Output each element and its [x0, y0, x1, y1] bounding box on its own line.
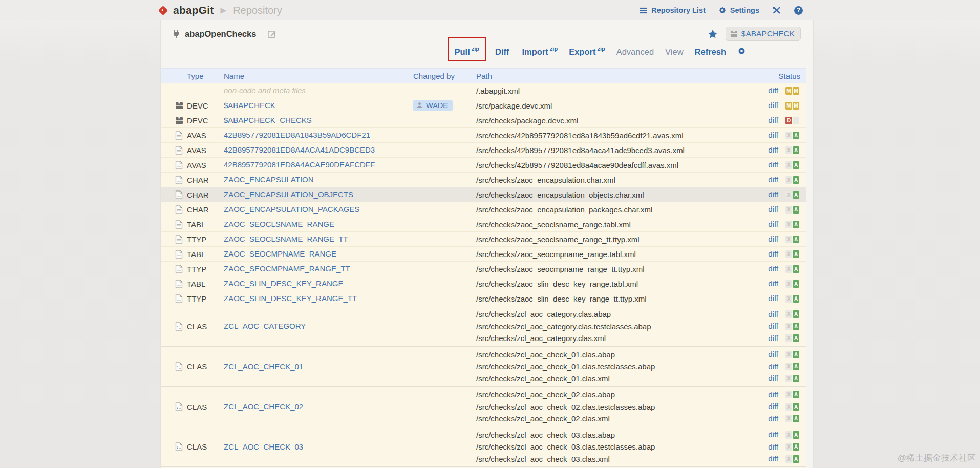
diff-link[interactable]: diff — [768, 350, 778, 358]
diff-link[interactable]: diff — [768, 454, 778, 463]
diff-link[interactable]: diff — [768, 190, 778, 199]
table-group-row[interactable]: CLAS ZCL_AOC_CHECK_02 /src/checks/zcl_ao… — [161, 387, 806, 427]
object-name-cell: ZCL_AOC_CHECK_02 — [224, 402, 407, 411]
status-badge: X — [785, 236, 792, 243]
diff-link[interactable]: diff — [768, 86, 778, 95]
diff-link[interactable]: diff — [768, 430, 778, 439]
advanced-button[interactable]: Advanced — [616, 47, 654, 57]
column-header-type[interactable]: Type — [187, 72, 224, 80]
object-name-link[interactable]: ZAOC_SEOCMPNAME_RANGE — [224, 249, 336, 258]
object-name-link[interactable]: $ABAPCHECK_CHECKS — [224, 116, 312, 124]
diff-link[interactable]: diff — [768, 374, 778, 382]
file-path: /src/checks/zaoc_seoclsname_range_tt.tty… — [476, 235, 761, 244]
object-name-link[interactable]: $ABAPCHECK — [224, 101, 275, 110]
table-group-row[interactable]: CLAS ZCL_AOC_CHECK_01 /src/checks/zcl_ao… — [161, 347, 806, 387]
object-type: CLAS — [187, 362, 224, 371]
object-name-link[interactable]: 42B8957792081ED8A4ACA41ADC9BCED3 — [224, 145, 375, 154]
tools-button[interactable] — [772, 6, 781, 14]
table-row[interactable]: TTYP ZAOC_SEOCMPNAME_RANGE_TT /src/check… — [161, 262, 806, 276]
diff-link[interactable]: diff — [768, 414, 778, 423]
object-name-link[interactable]: ZAOC_SEOCLSNAME_RANGE_TT — [224, 235, 348, 243]
type-icon-cell — [161, 117, 187, 124]
diff-link[interactable]: diff — [768, 101, 778, 110]
column-header-path[interactable]: Path — [476, 72, 761, 80]
table-row[interactable]: DEVC $ABAPCHECK WADE /src/package.devc.x… — [161, 98, 806, 113]
column-header-changed-by[interactable]: Changed by — [407, 72, 476, 80]
table-group-row[interactable]: CLAS ZCL_AOC_CATEGORY /src/checks/zcl_ao… — [161, 306, 806, 347]
diff-link[interactable]: diff — [768, 131, 778, 139]
table-row[interactable]: TTYP ZAOC_SLIN_DESC_KEY_RANGE_TT /src/ch… — [161, 291, 806, 306]
object-type: CLAS — [187, 322, 224, 331]
column-header-status[interactable]: Status — [761, 72, 806, 80]
object-name-link[interactable]: ZCL_AOC_CATEGORY — [224, 322, 306, 330]
diff-link[interactable]: diff — [768, 220, 778, 228]
object-name-link[interactable]: ZAOC_SEOCMPNAME_RANGE_TT — [224, 264, 350, 273]
import-button[interactable]: Importzip — [522, 46, 558, 57]
diff-link[interactable]: diff — [768, 402, 778, 411]
object-name-link[interactable]: ZCL_AOC_CHECK_02 — [224, 402, 303, 411]
table-row[interactable]: non-code and meta files /.abapgit.xml di… — [161, 83, 806, 98]
table-row[interactable]: AVAS 42B8957792081ED8A4ACA41ADC9BCED3 /s… — [161, 143, 806, 158]
diff-link[interactable]: diff — [768, 264, 778, 273]
diff-link[interactable]: diff — [768, 116, 778, 124]
status-badges: XA — [785, 176, 806, 184]
help-button[interactable]: ? — [794, 6, 803, 15]
diff-link[interactable]: diff — [768, 175, 778, 184]
object-name-link[interactable]: ZAOC_SLIN_DESC_KEY_RANGE_TT — [224, 294, 357, 303]
repository-list-link[interactable]: Repository List — [640, 6, 706, 14]
table-group-row[interactable]: CLAS ZCL_AOC_CHECK_03 /src/checks/zcl_ao… — [161, 427, 806, 467]
table-row[interactable]: CHAR ZAOC_ENCAPSULATION_PACKAGES /src/ch… — [161, 202, 806, 217]
diff-link[interactable]: diff — [768, 334, 778, 343]
file-icon — [175, 161, 183, 169]
table-row[interactable]: AVAS 42B8957792081ED8A1843B59AD6CDF21 /s… — [161, 128, 806, 143]
object-name-link[interactable]: ZCL_AOC_CHECK_01 — [224, 362, 303, 371]
diff-link[interactable]: diff — [768, 145, 778, 154]
repo-settings-gear-icon[interactable] — [737, 47, 746, 55]
brand-title[interactable]: abapGit — [173, 4, 214, 16]
diff-link[interactable]: diff — [768, 442, 778, 451]
object-name-link[interactable]: 42B8957792081ED8A4ACAE90DEAFCDFF — [224, 160, 375, 169]
view-button[interactable]: View — [665, 47, 683, 57]
file-path: /src/checks/zcl_aoc_category.clas.xml — [476, 334, 761, 343]
object-name-link[interactable]: 42B8957792081ED8A1843B59AD6CDF21 — [224, 131, 370, 139]
table-row[interactable]: TABL ZAOC_SLIN_DESC_KEY_RANGE /src/check… — [161, 276, 806, 291]
diff-link[interactable]: diff — [768, 310, 778, 318]
table-row[interactable]: TABL ZAOC_SEOCMPNAME_RANGE /src/checks/z… — [161, 247, 806, 262]
diff-link[interactable]: diff — [768, 235, 778, 243]
object-type: AVAS — [187, 131, 224, 140]
object-name-link[interactable]: ZAOC_ENCAPSULATION_OBJECTS — [224, 190, 353, 199]
diff-button[interactable]: Diff — [495, 46, 511, 57]
column-header-name[interactable]: Name — [224, 72, 407, 80]
diff-link[interactable]: diff — [768, 249, 778, 258]
status-badge: M — [793, 87, 799, 95]
refresh-button[interactable]: Refresh — [695, 47, 726, 57]
class-icon — [175, 442, 183, 451]
diff-link[interactable]: diff — [768, 279, 778, 288]
table-row[interactable]: CHAR ZAOC_ENCAPSULATION_OBJECTS /src/che… — [161, 187, 806, 202]
diff-link[interactable]: diff — [768, 205, 778, 214]
object-name-link[interactable]: ZCL_AOC_CHECK_03 — [224, 442, 303, 451]
table-row[interactable]: DEVC $ABAPCHECK_CHECKS /src/checks/packa… — [161, 113, 806, 128]
settings-link[interactable]: Settings — [718, 6, 759, 14]
table-row[interactable]: CHAR ZAOC_ENCAPSULATION /src/checks/zaoc… — [161, 173, 806, 187]
diff-link[interactable]: diff — [768, 322, 778, 330]
group-file-row: /src/checks/zcl_aoc_check_02.clas.xml di… — [476, 413, 806, 425]
diff-link[interactable]: diff — [768, 160, 778, 169]
table-row[interactable]: TTYP ZAOC_SEOCLSNAME_RANGE_TT /src/check… — [161, 232, 806, 247]
object-name-link[interactable]: ZAOC_ENCAPSULATION_PACKAGES — [224, 205, 359, 214]
diff-link[interactable]: diff — [768, 390, 778, 399]
object-name-link[interactable]: ZAOC_SEOCLSNAME_RANGE — [224, 220, 334, 228]
changed-by-chip[interactable]: WADE — [413, 100, 453, 111]
pull-button[interactable]: Pullzip — [454, 47, 479, 56]
object-name-link[interactable]: ZAOC_ENCAPSULATION — [224, 175, 314, 184]
status-badge: A — [793, 161, 799, 169]
diff-link[interactable]: diff — [768, 294, 778, 303]
file-path: /src/checks/zcl_aoc_check_02.clas.xml — [476, 414, 761, 423]
edit-repo-icon[interactable] — [268, 30, 276, 38]
table-row[interactable]: AVAS 42B8957792081ED8A4ACAE90DEAFCDFF /s… — [161, 158, 806, 173]
export-button[interactable]: Exportzip — [569, 46, 605, 57]
table-row[interactable]: TABL ZAOC_SEOCLSNAME_RANGE /src/checks/z… — [161, 217, 806, 232]
abapgit-logo-icon[interactable] — [158, 5, 168, 16]
object-name-link[interactable]: ZAOC_SLIN_DESC_KEY_RANGE — [224, 279, 343, 288]
diff-link[interactable]: diff — [768, 362, 778, 371]
